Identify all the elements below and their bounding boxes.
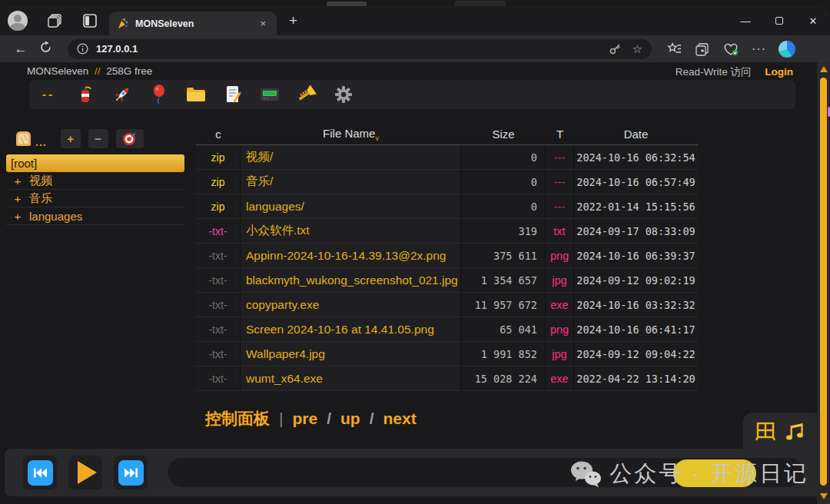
vertical-tabs-icon[interactable] (81, 12, 98, 29)
balloon-icon[interactable] (149, 85, 169, 104)
copyparty-page: MONSeleven // 258G free Read-Write 访问 Lo… (0, 62, 830, 504)
tree-expand-button[interactable]: + (61, 129, 81, 148)
play-button[interactable] (68, 456, 102, 489)
next-folder-link[interactable]: next (383, 410, 417, 428)
site-info-icon[interactable] (77, 43, 88, 55)
file-link[interactable]: 小众软件.txt (246, 223, 310, 239)
pager-icon[interactable] (260, 85, 280, 104)
control-panel-link[interactable]: 控制面板 (205, 408, 270, 429)
col-header-date[interactable]: Date (574, 128, 698, 141)
bread-icon[interactable] (14, 129, 33, 148)
root-directory-item[interactable]: [root] (6, 154, 184, 172)
scroll-up-arrow[interactable] (820, 66, 828, 72)
table-row: -txt- wumt_x64.exe 15 028 224 exe 2022-0… (196, 366, 698, 391)
trumpet-icon[interactable] (297, 85, 317, 104)
music-notes-icon[interactable] (785, 421, 805, 443)
copilot-icon[interactable] (779, 41, 795, 58)
settings-more-icon[interactable]: ··· (752, 42, 766, 56)
address-bar[interactable]: 127.0.0.1 ☆ (68, 39, 652, 59)
tree-dots-label[interactable]: ... (35, 136, 47, 148)
col-header-size[interactable]: Size (461, 128, 546, 141)
file-link[interactable]: wumt_x64.exe (246, 372, 323, 386)
sidebar-tree-item[interactable]: + 视频 (6, 172, 184, 190)
navbar-actions: ··· (667, 41, 795, 58)
fire-extinguisher-icon[interactable] (75, 85, 95, 104)
previous-track-button[interactable] (23, 456, 57, 489)
expand-icon[interactable]: + (12, 192, 23, 205)
row-action-link[interactable]: -txt- (208, 348, 227, 360)
file-link[interactable]: blackmyth_wukong_screenshot_021.jpg (246, 274, 458, 287)
grid-view-icon[interactable] (755, 421, 776, 443)
row-action-link[interactable]: -txt- (208, 274, 227, 287)
browser-tab[interactable]: MONSeleven × (109, 12, 277, 35)
up-folder-link[interactable]: up (340, 410, 360, 428)
breadcrumb-site[interactable]: MONSeleven (27, 65, 88, 77)
file-type: --- (554, 151, 566, 164)
file-date: 2024-10-16 06:41:17 (574, 317, 698, 341)
expand-icon[interactable]: + (12, 174, 23, 187)
browser-titlebar: MONSeleven × + — ✕ (0, 6, 830, 35)
file-type: png (550, 250, 569, 262)
dashes-button[interactable]: -- (38, 88, 58, 101)
tree-collapse-button[interactable]: − (88, 129, 108, 148)
folder-icon[interactable] (186, 85, 206, 104)
url-text[interactable]: 127.0.0.1 (96, 43, 609, 55)
sidebar-tree-item[interactable]: + 音乐 (6, 190, 184, 207)
tab-groups-icon[interactable] (46, 12, 63, 29)
password-key-icon[interactable] (609, 42, 622, 55)
table-row: -txt- Screen 2024-10-16 at 14.41.05.png … (196, 317, 698, 342)
new-tab-button[interactable]: + (289, 12, 297, 29)
scroll-down-arrow[interactable] (820, 493, 828, 499)
file-type: png (550, 323, 569, 336)
row-action-link[interactable]: -txt- (208, 373, 227, 385)
page-scrollbar[interactable] (817, 62, 830, 504)
row-action-link[interactable]: -txt- (208, 323, 227, 336)
bottom-navigation: 控制面板 | pre / up / next (196, 408, 699, 429)
browser-essentials-icon[interactable] (722, 41, 739, 57)
sort-indicator: v (375, 134, 379, 142)
file-date: 2024-10-16 06:39:37 (574, 244, 698, 267)
col-header-type[interactable]: T (546, 128, 574, 141)
file-link[interactable]: Screen 2024-10-16 at 14.41.05.png (246, 323, 434, 337)
row-action-link[interactable]: -txt- (208, 299, 227, 311)
expand-icon[interactable]: + (12, 210, 23, 223)
row-action-link[interactable]: -txt- (208, 225, 227, 237)
favorites-list-icon[interactable] (667, 41, 682, 57)
collections-icon[interactable] (695, 41, 710, 57)
row-action-link[interactable]: zip (211, 201, 225, 213)
file-link[interactable]: languages/ (246, 200, 304, 214)
file-size: 11 957 672 (461, 293, 546, 317)
col-header-filename[interactable]: File Namev (241, 127, 461, 142)
close-button[interactable]: ✕ (796, 15, 830, 27)
sidebar-tree-item[interactable]: + languages (6, 207, 184, 225)
maximize-button[interactable] (762, 15, 796, 27)
file-link[interactable]: copyparty.exe (246, 298, 319, 312)
next-track-button[interactable] (114, 456, 148, 489)
scrollbar-thumb[interactable] (820, 78, 827, 486)
row-action-link[interactable]: -txt- (208, 250, 227, 262)
login-link[interactable]: Login (765, 66, 793, 78)
rocket-icon[interactable] (112, 85, 132, 104)
dart-target-icon[interactable] (116, 129, 144, 148)
prev-folder-link[interactable]: pre (292, 410, 317, 428)
refresh-button[interactable] (35, 41, 55, 58)
minimize-button[interactable]: — (729, 15, 762, 27)
file-date: 2024-10-16 06:57:49 (574, 170, 698, 194)
memo-icon[interactable] (223, 85, 243, 104)
main-content: c File Namev Size T Date zip 视频/ 0 --- 2… (196, 124, 699, 429)
tab-close-icon[interactable]: × (257, 18, 269, 29)
favorite-star-icon[interactable]: ☆ (632, 42, 642, 56)
access-level-label: Read-Write 访问 (676, 66, 752, 78)
profile-avatar[interactable] (8, 11, 28, 31)
col-header-c[interactable]: c (196, 128, 241, 141)
file-link[interactable]: Appinn-2024-10-16-14.39.13@2x.png (246, 249, 446, 263)
gear-icon[interactable] (334, 85, 354, 104)
row-action-link[interactable]: zip (211, 176, 225, 188)
back-button[interactable]: ← (11, 41, 31, 57)
file-link[interactable]: Wallpaper4.jpg (246, 347, 325, 361)
row-action-link[interactable]: zip (211, 151, 225, 164)
file-size: 0 (461, 145, 546, 169)
file-link[interactable]: 视频/ (246, 149, 273, 165)
file-link[interactable]: 音乐/ (246, 174, 273, 190)
file-table-header: c File Namev Size T Date (196, 124, 698, 145)
